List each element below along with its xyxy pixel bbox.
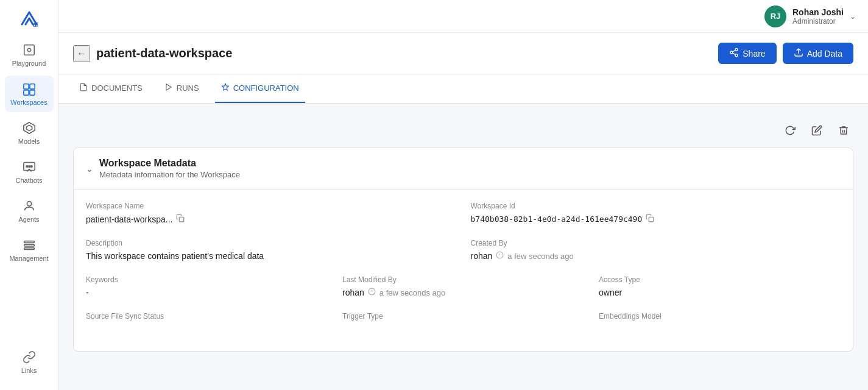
sidebar-item-playground[interactable]: Playground: [5, 37, 54, 73]
sidebar-item-label-agents: Agents: [18, 216, 39, 223]
workspace-id-field: Workspace Id b740b038-82b1-4e0d-a24d-161…: [471, 202, 841, 224]
sidebar-item-label-workspaces: Workspaces: [10, 99, 47, 106]
chatbots-icon: [22, 160, 37, 174]
svg-marker-8: [26, 125, 32, 130]
header-actions: Share Add Data: [718, 43, 853, 64]
svg-line-20: [733, 53, 736, 55]
sidebar-item-management[interactable]: Management: [5, 232, 54, 268]
svg-rect-15: [24, 244, 34, 246]
tab-documents[interactable]: DOCUMENTS: [73, 74, 149, 103]
metadata-row-1: Workspace Name patient-data-workspa... W…: [86, 202, 841, 224]
configuration-tab-icon: [221, 83, 230, 93]
metadata-title: Workspace Metadata: [99, 158, 240, 169]
user-name: Rohan Joshi: [792, 7, 844, 17]
svg-point-10: [26, 166, 27, 168]
content-body: ⌄ Workspace Metadata Metadata informatio…: [58, 104, 868, 364]
share-icon: [729, 48, 739, 59]
avatar: RJ: [764, 5, 786, 27]
metadata-row-4: Source File Sync Status Trigger Type Emb…: [86, 312, 841, 324]
svg-point-11: [28, 166, 30, 168]
topbar: RJ Rohan Joshi Administrator ⌄: [58, 0, 868, 33]
svg-rect-6: [29, 90, 34, 95]
playground-icon: [22, 43, 37, 57]
access-type-label: Access Type: [599, 275, 841, 284]
workspace-name-field: Workspace Name patient-data-workspa...: [86, 202, 456, 224]
svg-line-21: [733, 50, 736, 52]
sidebar-item-label-playground: Playground: [12, 60, 46, 67]
sidebar-item-label-models: Models: [18, 138, 40, 145]
add-data-label: Add Data: [807, 49, 842, 58]
access-type-value: owner: [599, 288, 841, 297]
content-header: ← patient-data-workspace Share: [58, 33, 868, 74]
tab-documents-label: DOCUMENTS: [91, 83, 143, 93]
tab-configuration[interactable]: CONFIGURATION: [215, 74, 305, 103]
created-by-field: Created By rohan a few seconds ago: [471, 239, 841, 261]
agents-icon: [22, 199, 37, 213]
refresh-button[interactable]: [780, 121, 800, 140]
source-file-label: Source File Sync Status: [86, 312, 328, 321]
sidebar-item-models[interactable]: Models: [5, 115, 54, 151]
metadata-row-3: Keywords - Last Modified By rohan: [86, 275, 841, 297]
last-modified-info-icon: [368, 288, 376, 297]
breadcrumb: ← patient-data-workspace: [73, 45, 232, 62]
metadata-card: ⌄ Workspace Metadata Metadata informatio…: [73, 147, 853, 352]
embeddings-model-label: Embeddings Model: [599, 312, 841, 321]
workspace-id-value: b740b038-82b1-4e0d-a24d-161ee479c490: [471, 214, 841, 224]
workspace-id-label: Workspace Id: [471, 202, 841, 210]
svg-point-18: [730, 51, 733, 54]
chevron-down-icon: ⌄: [850, 12, 856, 21]
keywords-value: -: [86, 288, 328, 297]
svg-point-17: [735, 48, 738, 51]
svg-point-19: [735, 54, 738, 57]
user-role: Administrator: [792, 17, 844, 26]
svg-text:ai: ai: [33, 21, 38, 28]
models-icon: [22, 121, 37, 135]
sidebar-item-label-links: Links: [21, 367, 37, 374]
sidebar-item-workspaces[interactable]: Workspaces: [5, 76, 54, 112]
share-button[interactable]: Share: [718, 43, 776, 64]
tab-runs[interactable]: RUNS: [158, 74, 205, 103]
svg-point-2: [27, 48, 31, 52]
tab-runs-label: RUNS: [177, 83, 199, 93]
share-label: Share: [743, 49, 765, 58]
metadata-header[interactable]: ⌄ Workspace Metadata Metadata informatio…: [74, 148, 853, 190]
access-type-field: Access Type owner: [599, 275, 841, 297]
runs-tab-icon: [164, 83, 173, 93]
svg-point-12: [30, 166, 32, 168]
description-field: Description This workspace contains pati…: [86, 239, 456, 261]
sidebar-item-chatbots[interactable]: Chatbots: [5, 154, 54, 190]
metadata-row-2: Description This workspace contains pati…: [86, 239, 841, 261]
svg-rect-3: [23, 84, 28, 89]
trigger-type-label: Trigger Type: [342, 312, 584, 321]
svg-rect-4: [29, 84, 34, 89]
last-modified-value: rohan a few seconds ago: [342, 288, 584, 297]
svg-rect-14: [24, 241, 34, 243]
edit-button[interactable]: [807, 121, 827, 140]
back-button[interactable]: ←: [73, 45, 90, 62]
sidebar-item-label-management: Management: [9, 255, 48, 262]
app-logo: ai: [15, 7, 44, 32]
copy-workspace-id-button[interactable]: [646, 214, 654, 224]
metadata-subtitle: Metadata information for the Workspace: [99, 170, 240, 179]
management-icon: [22, 238, 37, 252]
svg-marker-7: [23, 122, 34, 133]
source-file-field: Source File Sync Status: [86, 312, 328, 324]
add-data-button[interactable]: Add Data: [783, 43, 853, 64]
svg-marker-23: [166, 84, 171, 91]
sidebar-item-agents[interactable]: Agents: [5, 193, 54, 229]
created-by-info-icon: [496, 251, 504, 261]
svg-point-13: [27, 202, 31, 206]
sidebar: ai Playground Workspaces Models: [0, 0, 58, 390]
sidebar-item-label-chatbots: Chatbots: [15, 177, 42, 184]
keywords-label: Keywords: [86, 275, 328, 284]
user-menu[interactable]: RJ Rohan Joshi Administrator ⌄: [764, 5, 856, 27]
embeddings-model-field: Embeddings Model: [599, 312, 841, 324]
tabs-bar: DOCUMENTS RUNS CONFIGURATION: [58, 74, 868, 104]
sidebar-item-links[interactable]: Links: [5, 344, 54, 380]
copy-workspace-name-button[interactable]: [176, 214, 185, 224]
documents-tab-icon: [79, 83, 88, 93]
description-label: Description: [86, 239, 456, 247]
delete-button[interactable]: [834, 121, 853, 140]
tab-configuration-label: CONFIGURATION: [233, 83, 299, 93]
svg-rect-5: [23, 90, 28, 95]
